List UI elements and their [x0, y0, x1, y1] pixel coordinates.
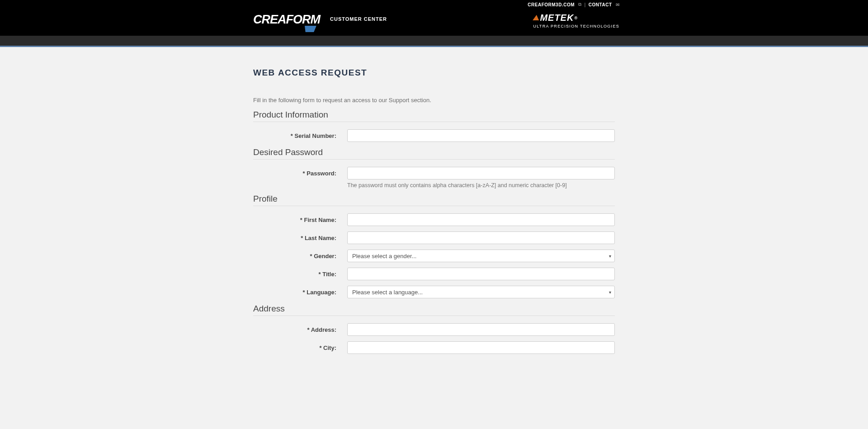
label-first-name: * First Name:: [253, 217, 347, 223]
section-desired-password: Desired Password: [253, 147, 615, 160]
link-creaform3d[interactable]: CREAFORM3D.COM: [528, 2, 575, 7]
row-password: * Password:: [253, 167, 615, 179]
row-first-name: * First Name:: [253, 213, 615, 226]
row-city: * City:: [253, 341, 615, 354]
label-last-name: * Last Name:: [253, 235, 347, 241]
gender-select[interactable]: Please select a gender...: [347, 250, 615, 262]
nav-bar: [0, 36, 868, 47]
page-intro: Fill in the following form to request an…: [253, 97, 615, 104]
row-address: * Address:: [253, 323, 615, 336]
row-language: * Language: Please select a language...: [253, 286, 615, 298]
city-input[interactable]: [347, 341, 615, 354]
last-name-input[interactable]: [347, 231, 615, 244]
customer-center-label: CUSTOMER CENTER: [330, 16, 387, 22]
label-address: * Address:: [253, 326, 347, 333]
ametek-triangle-icon: [533, 15, 540, 20]
section-address: Address: [253, 304, 615, 316]
address-input[interactable]: [347, 323, 615, 336]
creaform-logo[interactable]: CREAFORM: [253, 13, 320, 27]
top-header: CREAFORM3D.COM ⧉ | CONTACT ✉ CREAFORM CU…: [0, 0, 868, 36]
password-hint: The password must only contains alpha ch…: [347, 182, 615, 189]
creaform-cube-icon: [304, 26, 316, 32]
first-name-input[interactable]: [347, 213, 615, 226]
label-title: * Title:: [253, 271, 347, 278]
row-title: * Title:: [253, 268, 615, 280]
page-title: WEB ACCESS REQUEST: [253, 68, 615, 78]
label-language: * Language:: [253, 289, 347, 296]
divider: |: [585, 2, 586, 7]
language-select[interactable]: Please select a language...: [347, 286, 615, 298]
creaform-wordmark: CREAFORM: [253, 13, 320, 27]
section-product-info: Product Information: [253, 110, 615, 122]
title-input[interactable]: [347, 268, 615, 280]
brand-block: CREAFORM CUSTOMER CENTER: [253, 13, 387, 27]
password-input[interactable]: [347, 167, 615, 179]
label-serial-number: * Serial Number:: [253, 132, 347, 139]
ametek-block: METEK ® ULTRA PRECISION TECHNOLOGIES: [533, 13, 619, 28]
row-gender: * Gender: Please select a gender...: [253, 250, 615, 262]
top-links: CREAFORM3D.COM ⧉ | CONTACT ✉: [528, 2, 619, 7]
serial-number-input[interactable]: [347, 129, 615, 142]
section-profile: Profile: [253, 194, 615, 206]
ametek-logo: METEK ®: [533, 13, 619, 23]
row-last-name: * Last Name:: [253, 231, 615, 244]
ametek-subline: ULTRA PRECISION TECHNOLOGIES: [533, 24, 619, 28]
label-gender: * Gender:: [253, 253, 347, 259]
registered-icon: ®: [574, 16, 578, 20]
row-serial-number: * Serial Number:: [253, 129, 615, 142]
external-link-icon: ⧉: [578, 2, 582, 7]
ametek-wordmark: METEK: [540, 13, 574, 23]
label-city: * City:: [253, 344, 347, 351]
main-content: WEB ACCESS REQUEST Fill in the following…: [253, 47, 615, 387]
mail-icon: ✉: [616, 2, 620, 7]
label-password: * Password:: [253, 170, 347, 177]
link-contact[interactable]: CONTACT: [589, 2, 612, 7]
